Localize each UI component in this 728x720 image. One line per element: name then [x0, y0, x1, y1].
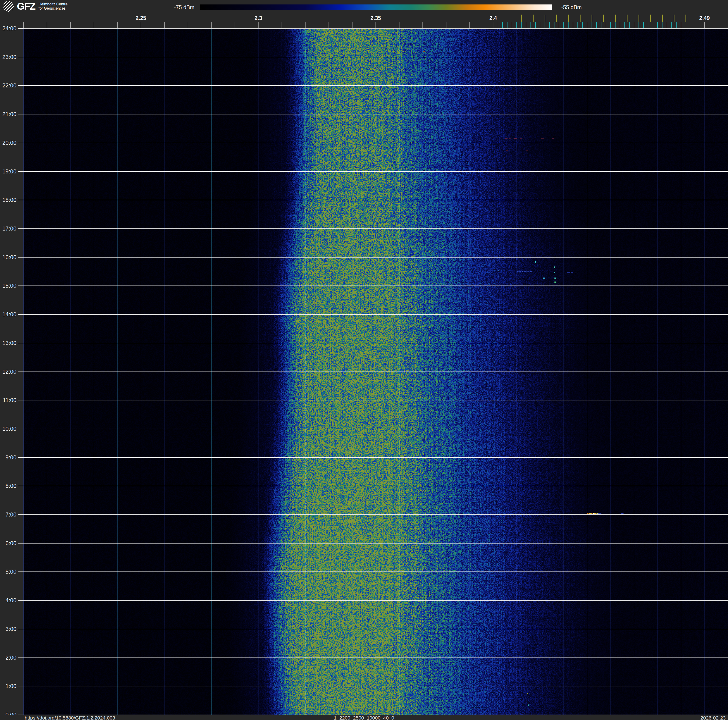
hour-gridline: [23, 600, 728, 601]
rfi-event-mark: [554, 277, 556, 279]
freq-band-tick: [650, 15, 651, 21]
date-label: 2026-02-23: [700, 715, 726, 720]
freq-minor-tick: [164, 21, 165, 28]
freq-channel-tick: [559, 22, 559, 28]
freq-channel-tick: [540, 22, 540, 28]
time-axis-tick: [18, 629, 23, 629]
rfi-event-mark: [596, 513, 598, 514]
time-axis-tick: [18, 314, 23, 315]
freq-minor-tick: [23, 21, 24, 28]
freq-channel-tick: [676, 22, 677, 28]
time-axis-tick: [18, 200, 23, 200]
hour-gridline: [23, 457, 728, 458]
time-axis-label: 10:00: [0, 426, 17, 432]
rfi-event-mark: [567, 272, 570, 273]
freq-channel-tick: [643, 22, 644, 28]
hour-gridline: [23, 686, 728, 686]
hour-gridline: [23, 142, 728, 143]
freq-channel-tick: [516, 22, 517, 28]
rfi-event-mark: [509, 138, 511, 139]
time-axis-tick: [18, 28, 23, 29]
dataset-name-label: 1_2200_2500_10000_40_0: [334, 715, 394, 720]
freq-band-tick: [639, 15, 639, 21]
freq-channel-tick: [610, 22, 611, 28]
time-axis-label: 8:00: [0, 483, 17, 489]
hour-gridline: [23, 285, 728, 286]
time-axis-tick: [18, 600, 23, 601]
freq-band-tick: [615, 15, 616, 21]
freq-minor-tick: [258, 21, 258, 28]
freq-channel-tick: [657, 22, 658, 28]
hour-gridline: [23, 343, 728, 343]
time-axis-tick: [18, 57, 23, 57]
rfi-event-mark: [526, 150, 528, 151]
freq-channel-tick: [563, 22, 564, 28]
freq-minor-tick: [329, 21, 329, 28]
freq-minor-tick: [399, 21, 399, 28]
hour-gridline: [23, 400, 728, 400]
rfi-event-mark: [506, 150, 508, 151]
hour-gridline: [23, 629, 728, 629]
rfi-event-mark: [522, 271, 523, 272]
freq-channel-tick: [592, 22, 592, 28]
colorbar-min-label: -75 dBm: [164, 5, 197, 10]
time-axis-label: 14:00: [0, 311, 17, 318]
hour-gridline: [23, 372, 728, 372]
rfi-event-mark: [520, 271, 521, 272]
hour-gridline: [23, 200, 728, 200]
freq-minor-tick: [493, 21, 493, 28]
time-axis-tick: [18, 543, 23, 544]
freq-minor-tick: [117, 21, 118, 28]
freq-channel-tick: [601, 22, 601, 28]
freq-minor-tick: [376, 21, 376, 28]
rfi-event-mark: [535, 261, 536, 263]
time-axis-tick: [18, 343, 23, 343]
hour-gridline: [23, 57, 728, 57]
hour-gridline: [23, 515, 728, 515]
rfi-event-mark: [587, 513, 589, 515]
rfi-event-mark: [543, 277, 544, 279]
time-axis-tick: [18, 372, 23, 372]
freq-channel-tick: [498, 22, 498, 28]
freq-minor-tick: [70, 21, 71, 28]
freq-minor-tick: [211, 21, 212, 28]
time-axis-tick: [18, 257, 23, 257]
rfi-event-mark: [524, 271, 526, 272]
rfi-event-mark: [593, 513, 594, 515]
freq-channel-tick: [639, 22, 639, 28]
rfi-event-mark: [541, 138, 544, 139]
rfi-event-mark: [589, 513, 590, 515]
freq-minor-tick: [352, 21, 352, 28]
freq-band-tick: [674, 15, 674, 21]
freq-axis-label: 2.35: [370, 15, 381, 21]
time-axis-tick: [18, 657, 23, 658]
freq-band-tick: [685, 15, 686, 21]
freq-channel-tick: [573, 22, 573, 28]
freq-minor-tick: [305, 21, 306, 28]
rfi-event-mark: [505, 138, 508, 139]
time-axis-label: 24:00: [0, 25, 17, 32]
logo-subtitle-line2: for Geosciences: [38, 6, 67, 11]
hour-gridline: [23, 257, 728, 257]
freq-band-tick: [568, 15, 569, 21]
rfi-event-mark: [530, 271, 532, 272]
hour-gridline: [23, 657, 728, 658]
time-axis-tick: [18, 457, 23, 458]
freq-minor-tick: [94, 21, 94, 28]
time-axis-label: 13:00: [0, 340, 17, 346]
rfi-event-mark: [599, 513, 601, 514]
time-axis-label: 4:00: [0, 597, 17, 604]
freq-channel-tick: [549, 22, 550, 28]
gfz-logo: GFZ Helmholtz Centre for Geosciences: [3, 1, 67, 12]
time-axis-tick: [18, 142, 23, 143]
hour-gridline: [23, 429, 728, 429]
freq-channel-tick: [578, 22, 578, 28]
rfi-event-mark: [595, 513, 596, 515]
time-axis-tick: [18, 85, 23, 86]
freq-minor-tick: [281, 21, 282, 28]
time-axis-tick: [18, 429, 23, 429]
freq-channel-tick: [634, 22, 634, 28]
freq-channel-tick: [624, 22, 625, 28]
rfi-event-mark: [527, 693, 528, 694]
freq-channel-tick: [629, 22, 630, 28]
